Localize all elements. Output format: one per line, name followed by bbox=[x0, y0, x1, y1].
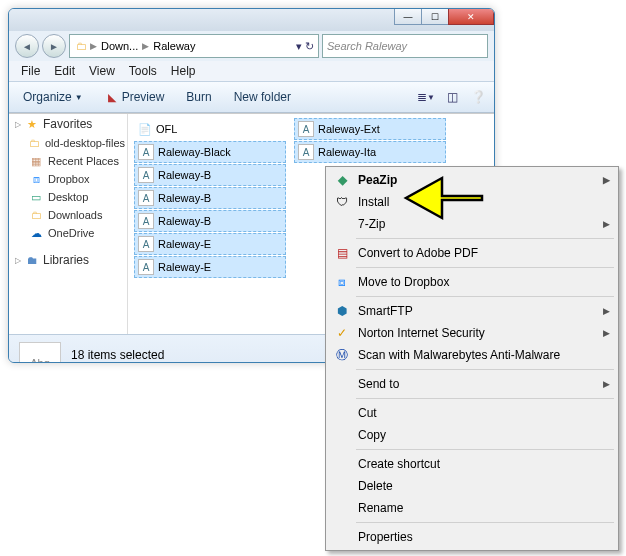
close-button[interactable]: ✕ bbox=[448, 9, 494, 25]
norton-icon: ✓ bbox=[334, 325, 350, 341]
separator bbox=[356, 369, 614, 370]
separator bbox=[356, 398, 614, 399]
star-icon: ★ bbox=[25, 117, 39, 131]
sidebar-item-onedrive[interactable]: ☁OneDrive bbox=[9, 224, 127, 242]
pdf-icon: ▤ bbox=[334, 245, 350, 261]
preview-pane-button[interactable]: ◫ bbox=[444, 89, 460, 105]
file-item[interactable]: ARaleway-B bbox=[134, 187, 286, 209]
separator bbox=[356, 522, 614, 523]
nav-pane: ▷★Favorites 🗀old-desktop-files ▦Recent P… bbox=[9, 114, 128, 334]
libraries-icon: 🖿 bbox=[25, 253, 39, 267]
folder-icon: 🗀 bbox=[74, 39, 88, 53]
submenu-arrow-icon: ▶ bbox=[603, 306, 610, 316]
breadcrumb[interactable]: Down... bbox=[99, 39, 140, 53]
malwarebytes-icon: Ⓜ bbox=[334, 347, 350, 363]
menu-view[interactable]: View bbox=[83, 62, 121, 80]
menu-item-7zip[interactable]: 7-Zip▶ bbox=[328, 213, 616, 235]
peazip-icon: ◆ bbox=[334, 172, 350, 188]
menu-item-copy[interactable]: Copy bbox=[328, 424, 616, 446]
folder-icon: 🗀 bbox=[29, 136, 40, 150]
sidebar-item-dropbox[interactable]: ⧈Dropbox bbox=[9, 170, 127, 188]
file-item[interactable]: 📄OFL bbox=[134, 118, 286, 140]
dropbox-icon: ⧈ bbox=[334, 274, 350, 290]
separator bbox=[356, 296, 614, 297]
submenu-arrow-icon: ▶ bbox=[603, 328, 610, 338]
menu-help[interactable]: Help bbox=[165, 62, 202, 80]
context-menu: ◆PeaZip▶ 🛡Install 7-Zip▶ ▤Convert to Ado… bbox=[325, 166, 619, 551]
burn-button[interactable]: Burn bbox=[180, 88, 217, 106]
selection-count: 18 items selected bbox=[71, 348, 180, 363]
font-preview-icon: Abg bbox=[19, 342, 61, 363]
font-icon: A bbox=[298, 144, 314, 160]
menu-item-pdf[interactable]: ▤Convert to Adobe PDF bbox=[328, 242, 616, 264]
menu-item-norton[interactable]: ✓Norton Internet Security▶ bbox=[328, 322, 616, 344]
sidebar-item-desktop[interactable]: ▭Desktop bbox=[9, 188, 127, 206]
menu-item-malwarebytes[interactable]: ⓂScan with Malwarebytes Anti-Malware bbox=[328, 344, 616, 366]
folder-icon: 🗀 bbox=[29, 208, 43, 222]
command-bar: Organize ▼ ◣Preview Burn New folder ≣ ▼ … bbox=[9, 81, 494, 113]
title-bar: — ☐ ✕ bbox=[9, 9, 494, 31]
menu-item-move-dropbox[interactable]: ⧈Move to Dropbox bbox=[328, 271, 616, 293]
menu-item-sendto[interactable]: Send to▶ bbox=[328, 373, 616, 395]
address-bar[interactable]: 🗀 ▶ Down... ▶ Raleway ▾↻ bbox=[69, 34, 319, 58]
font-icon: A bbox=[138, 236, 154, 252]
file-item[interactable]: ARaleway-B bbox=[134, 210, 286, 232]
shield-icon: 🛡 bbox=[334, 194, 350, 210]
maximize-button[interactable]: ☐ bbox=[421, 9, 449, 25]
file-item[interactable]: ARaleway-E bbox=[134, 256, 286, 278]
menu-edit[interactable]: Edit bbox=[48, 62, 81, 80]
file-item[interactable]: ARaleway-B bbox=[134, 164, 286, 186]
separator bbox=[356, 449, 614, 450]
preview-icon: ◣ bbox=[105, 90, 119, 104]
refresh-icon[interactable]: ↻ bbox=[305, 40, 314, 53]
font-icon: A bbox=[138, 259, 154, 275]
back-button[interactable]: ◄ bbox=[15, 34, 39, 58]
dropdown-icon[interactable]: ▾ bbox=[296, 40, 302, 53]
menu-item-delete[interactable]: Delete bbox=[328, 475, 616, 497]
submenu-arrow-icon: ▶ bbox=[603, 175, 610, 185]
menu-bar: File Edit View Tools Help bbox=[9, 61, 494, 81]
minimize-button[interactable]: — bbox=[394, 9, 422, 25]
text-file-icon: 📄 bbox=[138, 122, 152, 136]
submenu-arrow-icon: ▶ bbox=[603, 379, 610, 389]
forward-button[interactable]: ► bbox=[42, 34, 66, 58]
font-icon: A bbox=[138, 144, 154, 160]
font-icon: A bbox=[138, 213, 154, 229]
font-icon: A bbox=[138, 190, 154, 206]
menu-item-smartftp[interactable]: ⬢SmartFTP▶ bbox=[328, 300, 616, 322]
separator bbox=[356, 267, 614, 268]
view-mode-button[interactable]: ≣ ▼ bbox=[418, 89, 434, 105]
libraries-group[interactable]: ▷🖿Libraries bbox=[9, 250, 127, 270]
menu-item-install[interactable]: 🛡Install bbox=[328, 191, 616, 213]
submenu-arrow-icon: ▶ bbox=[603, 219, 610, 229]
menu-item-peazip[interactable]: ◆PeaZip▶ bbox=[328, 169, 616, 191]
sidebar-item-recent[interactable]: ▦Recent Places bbox=[9, 152, 127, 170]
menu-item-properties[interactable]: Properties bbox=[328, 526, 616, 548]
file-item[interactable]: ARaleway-E bbox=[134, 233, 286, 255]
organize-button[interactable]: Organize ▼ bbox=[17, 88, 89, 106]
breadcrumb[interactable]: Raleway bbox=[151, 39, 197, 53]
address-row: ◄ ► 🗀 ▶ Down... ▶ Raleway ▾↻ Search Rale… bbox=[9, 31, 494, 61]
recent-icon: ▦ bbox=[29, 154, 43, 168]
smartftp-icon: ⬢ bbox=[334, 303, 350, 319]
file-item[interactable]: ARaleway-Black bbox=[134, 141, 286, 163]
new-folder-button[interactable]: New folder bbox=[228, 88, 297, 106]
dropbox-icon: ⧈ bbox=[29, 172, 43, 186]
help-icon[interactable]: ❔ bbox=[470, 89, 486, 105]
menu-file[interactable]: File bbox=[15, 62, 46, 80]
sidebar-item-downloads[interactable]: 🗀Downloads bbox=[9, 206, 127, 224]
sidebar-item-old-desktop[interactable]: 🗀old-desktop-files bbox=[9, 134, 127, 152]
font-icon: A bbox=[138, 167, 154, 183]
search-input[interactable]: Search Raleway bbox=[322, 34, 488, 58]
favorites-group[interactable]: ▷★Favorites bbox=[9, 114, 127, 134]
file-item[interactable]: ARaleway-Ext bbox=[294, 118, 446, 140]
separator bbox=[356, 238, 614, 239]
menu-tools[interactable]: Tools bbox=[123, 62, 163, 80]
menu-item-shortcut[interactable]: Create shortcut bbox=[328, 453, 616, 475]
menu-item-rename[interactable]: Rename bbox=[328, 497, 616, 519]
menu-item-cut[interactable]: Cut bbox=[328, 402, 616, 424]
desktop-icon: ▭ bbox=[29, 190, 43, 204]
file-item[interactable]: ARaleway-Ita bbox=[294, 141, 446, 163]
preview-button[interactable]: ◣Preview bbox=[99, 88, 171, 106]
font-icon: A bbox=[298, 121, 314, 137]
